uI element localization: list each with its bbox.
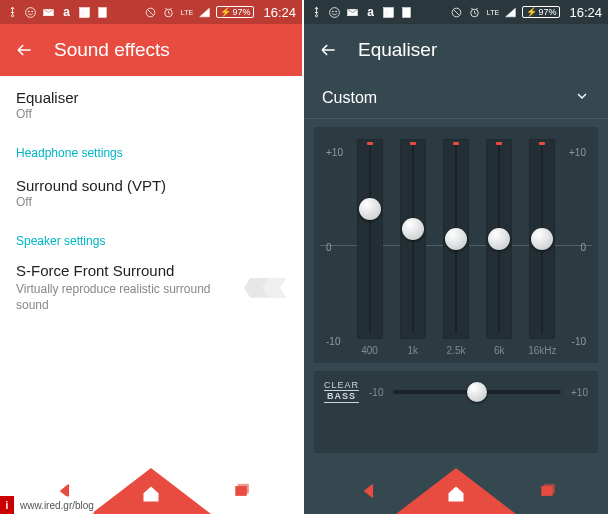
preset-label: Custom [322,89,377,107]
signal-icon [198,6,211,19]
sound-effects-screen: a g+ LTE ⚡97% 16:24 Sound effects Equali… [0,0,304,514]
scale-mid: 0 [564,242,586,253]
lte-icon: LTE [180,6,193,19]
eq-slider-knob[interactable] [445,228,467,250]
eq-band-label: 2.5k [447,345,466,356]
sforce-toggle[interactable] [244,278,286,298]
eq-slider[interactable] [357,139,383,339]
sforce-desc: Virtually reproduce realistic surround s… [16,281,238,313]
svg-point-0 [26,7,36,17]
eq-band-label: 16kHz [528,345,556,356]
svg-point-12 [332,10,333,11]
eq-band-label: 6k [494,345,505,356]
status-bar: a g+ LTE ⚡97% 16:24 [304,0,608,24]
no-disturb-icon [450,6,463,19]
signal-icon [504,6,517,19]
equaliser-status: Off [16,107,286,121]
surround-vpt-label: Surround sound (VPT) [16,177,286,194]
svg-point-13 [336,10,337,11]
eq-slider[interactable] [443,139,469,339]
clock: 16:24 [569,5,602,20]
eq-band-6k: 6k [478,139,521,356]
mail-icon [42,6,55,19]
mail-icon [346,6,359,19]
no-disturb-icon [144,6,157,19]
speaker-settings-header: Speaker settings [0,220,302,252]
clock: 16:24 [263,5,296,20]
eq-band-label: 1k [408,345,419,356]
scale-mid: 0 [326,242,348,253]
sforce-item[interactable]: S-Force Front Surround Virtually reprodu… [0,252,302,325]
battery-icon: ⚡97% [522,6,560,18]
eq-band-label: 400 [361,345,378,356]
scale-bot: -10 [326,336,348,347]
eq-slider-knob[interactable] [359,198,381,220]
gplus-icon: g+ [78,6,91,19]
scale-bot: -10 [564,336,586,347]
amazon-icon: a [364,6,377,19]
clearbass-label: CLEAR BASS [324,381,359,403]
scale-right: +10 0 -10 [564,147,586,347]
sheet-icon [400,6,413,19]
smile-icon [24,6,37,19]
bass-slider-knob[interactable] [467,382,487,402]
amazon-icon: a [60,6,73,19]
smile-icon [328,6,341,19]
clearbass-panel: CLEAR BASS -10 +10 [314,371,598,453]
alarm-icon [468,6,481,19]
alarm-icon [162,6,175,19]
surround-vpt-item[interactable]: Surround sound (VPT) Off [0,164,302,220]
gplus-icon: g+ [382,6,395,19]
svg-point-2 [32,10,33,11]
svg-point-11 [330,7,340,17]
equaliser-screen: a g+ LTE ⚡97% 16:24 Equaliser Custom [304,0,608,514]
nav-home-icon[interactable] [140,484,162,508]
svg-rect-6 [99,7,107,17]
nav-bar [304,468,608,514]
equaliser-label: Equaliser [16,89,286,106]
app-bar: Equaliser [304,24,608,76]
nav-home-icon[interactable] [445,484,467,508]
scale-top: +10 [564,147,586,158]
watermark-icon: i [0,496,14,514]
equaliser-panel: +10 0 -10 4001k2.5k6k16kHz +10 0 -10 [314,127,598,363]
chevron-down-icon [574,88,590,108]
nav-recent-icon[interactable] [536,482,558,504]
bass-slider[interactable] [393,390,561,394]
sheet-icon [96,6,109,19]
eq-band-400: 400 [348,139,391,356]
back-icon[interactable] [318,40,338,60]
nav-recent-icon[interactable] [230,482,252,504]
scale-left: +10 0 -10 [326,147,348,347]
eq-slider[interactable] [529,139,555,339]
svg-rect-21 [544,484,555,493]
eq-band-16kHz: 16kHz [521,139,564,356]
page-title: Sound effects [54,39,170,61]
eq-slider-knob[interactable] [488,228,510,250]
headphone-settings-header: Headphone settings [0,132,302,164]
svg-rect-17 [403,7,411,17]
watermark: i www.ired.gr/blog [0,496,94,514]
eq-band-1k: 1k [391,139,434,356]
eq-slider[interactable] [400,139,426,339]
bass-max: +10 [571,387,588,398]
eq-band-2.5k: 2.5k [434,139,477,356]
back-icon[interactable] [14,40,34,60]
settings-list: Equaliser Off Headphone settings Surroun… [0,76,302,325]
svg-text:g+: g+ [81,8,89,16]
eq-slider[interactable] [486,139,512,339]
status-bar: a g+ LTE ⚡97% 16:24 [0,0,302,24]
sforce-label: S-Force Front Surround [16,262,238,279]
equaliser-item[interactable]: Equaliser Off [0,76,302,132]
app-bar: Sound effects [0,24,302,76]
lte-icon: LTE [486,6,499,19]
nav-back-icon[interactable] [359,482,381,504]
eq-slider-knob[interactable] [402,218,424,240]
scale-top: +10 [326,147,348,158]
usb-icon [6,6,19,19]
preset-dropdown[interactable]: Custom [304,76,608,119]
usb-icon [310,6,323,19]
eq-slider-knob[interactable] [531,228,553,250]
svg-point-1 [28,10,29,11]
battery-icon: ⚡97% [216,6,254,18]
